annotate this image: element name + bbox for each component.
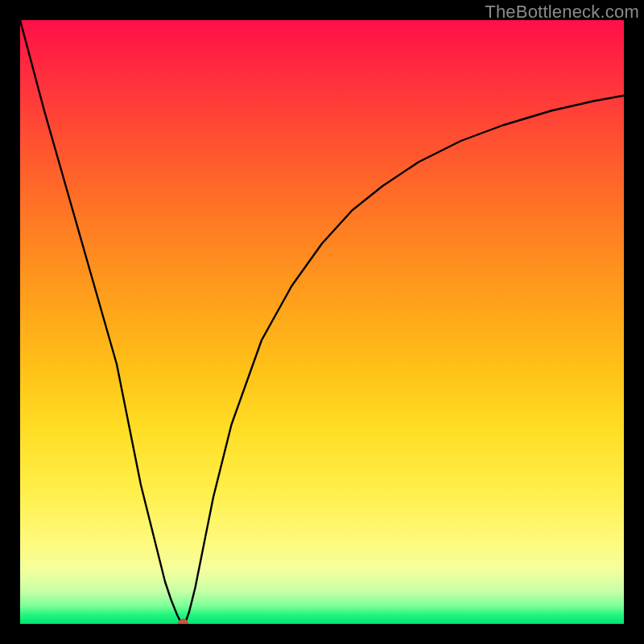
curve-svg (20, 20, 624, 624)
watermark-text: TheBottleneck.com (485, 2, 639, 23)
plot-area (20, 20, 624, 624)
chart-frame: TheBottleneck.com (0, 0, 644, 644)
bottleneck-curve (20, 20, 624, 624)
